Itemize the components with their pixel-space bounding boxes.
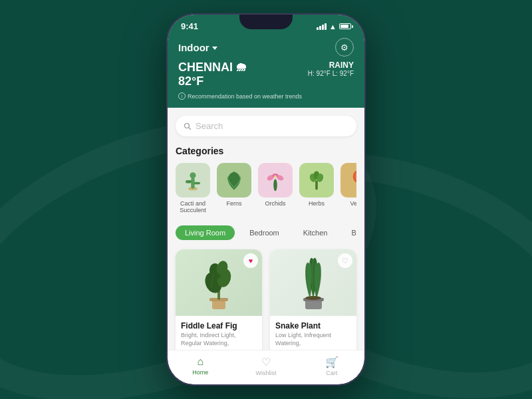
- products-grid: ♥ Fiddle Leaf Fig Bright, Indirect Light…: [176, 249, 356, 350]
- svg-rect-6: [194, 182, 200, 185]
- heart-outline-icon: ♡: [342, 257, 348, 265]
- status-icons: ▲: [317, 23, 351, 31]
- tab-living-room[interactable]: Living Room: [176, 225, 235, 240]
- settings-button[interactable]: ⚙: [335, 38, 354, 57]
- svg-line-1: [189, 127, 191, 129]
- tab-kitchen[interactable]: Kitchen: [294, 225, 337, 240]
- category-orchids-label: Orchids: [265, 200, 285, 207]
- category-ferns-img: [217, 163, 251, 198]
- chevron-down-icon: [212, 47, 217, 50]
- product-snake-info: Snake Plant Low Light, Infrequent Wateri…: [270, 316, 356, 350]
- nav-wishlist[interactable]: ♡ Wishlist: [233, 356, 299, 376]
- product-fiddle-desc: Bright, Indirect Light, Regular Watering…: [181, 332, 257, 347]
- high-low-temp: H: 92°F L: 92°F: [308, 70, 354, 77]
- city-name: CHENNAI: [178, 61, 233, 74]
- home-icon: ⌂: [198, 356, 204, 368]
- nav-cart-label: Cart: [326, 370, 337, 376]
- product-snake-name: Snake Plant: [275, 321, 351, 331]
- weather-condition: RAINY: [308, 61, 354, 70]
- category-veg-img: [340, 163, 356, 198]
- category-veg-label: Veg...: [350, 200, 356, 207]
- heart-filled-icon: ♥: [249, 257, 253, 265]
- categories-title: Categories: [176, 146, 356, 156]
- wifi-icon: ▲: [329, 23, 336, 31]
- notch: [239, 15, 293, 29]
- current-temp: 82°F: [178, 74, 247, 88]
- svg-rect-5: [186, 180, 192, 184]
- app-header: Indoor ⚙ CHENNAI 🌧 82°F RAINY: [168, 35, 364, 108]
- product-fiddle-img: ♥: [176, 249, 262, 316]
- nav-cart[interactable]: 🛒 Cart: [299, 356, 364, 376]
- tab-bedroom[interactable]: Bedroom: [240, 225, 289, 240]
- bottom-navigation: ⌂ Home ♡ Wishlist 🛒 Cart: [168, 350, 364, 384]
- recommendation-text: i Recommendation based on weather trends: [178, 92, 354, 100]
- weather-left: CHENNAI 🌧 82°F: [178, 61, 247, 88]
- wishlist-button-fiddle[interactable]: ♥: [243, 253, 258, 268]
- wishlist-icon: ♡: [261, 356, 271, 368]
- category-ferns-label: Ferns: [226, 200, 241, 207]
- mode-label: Indoor: [178, 42, 209, 53]
- category-cacti[interactable]: Cacti andSucculent: [176, 163, 210, 213]
- category-herbs[interactable]: Herbs: [299, 163, 334, 213]
- main-content: Search Categories: [168, 108, 364, 350]
- category-veg[interactable]: Veg...: [340, 163, 356, 213]
- category-herbs-label: Herbs: [309, 200, 325, 207]
- product-snake-img: ♡: [270, 249, 356, 316]
- nav-wishlist-label: Wishlist: [256, 370, 277, 376]
- cart-icon: 🛒: [325, 356, 338, 368]
- svg-point-7: [190, 172, 196, 178]
- product-snake-desc: Low Light, Infrequent Watering,: [275, 332, 351, 347]
- category-cacti-img: [176, 163, 210, 198]
- battery-icon: [339, 23, 351, 29]
- gear-icon: ⚙: [340, 43, 348, 53]
- svg-point-10: [273, 179, 277, 191]
- weather-right: RAINY H: 92°F L: 92°F: [308, 61, 354, 77]
- mode-selector[interactable]: Indoor: [178, 42, 217, 53]
- product-fiddle-name: Fiddle Leaf Fig: [181, 321, 257, 331]
- search-placeholder: Search: [196, 121, 223, 131]
- svg-rect-24: [212, 300, 225, 309]
- product-fiddle-info: Fiddle Leaf Fig Bright, Indirect Light, …: [176, 316, 262, 350]
- category-cacti-label: Cacti andSucculent: [180, 200, 206, 213]
- nav-home[interactable]: ⌂ Home: [168, 356, 233, 376]
- tab-bathroom[interactable]: Bathr...: [342, 225, 356, 240]
- svg-rect-16: [315, 180, 318, 190]
- category-orchids[interactable]: Orchids: [258, 163, 293, 213]
- phone-shell: 9:41 ▲ Indoor: [166, 13, 366, 386]
- weather-icon: 🌧: [235, 61, 247, 74]
- wishlist-button-snake[interactable]: ♡: [338, 253, 352, 268]
- status-bar: 9:41 ▲: [168, 15, 364, 35]
- svg-rect-32: [305, 300, 322, 309]
- category-herbs-img: [299, 163, 334, 198]
- signal-icon: [317, 23, 327, 30]
- room-tabs: Living Room Bedroom Kitchen Bathr...: [176, 225, 356, 240]
- category-orchids-img: [258, 163, 293, 198]
- product-snake-plant[interactable]: ♡ Snake Plant Low Light, Infrequent Wate…: [270, 249, 356, 350]
- category-ferns[interactable]: Ferns: [217, 163, 251, 213]
- status-time: 9:41: [181, 21, 198, 31]
- nav-home-label: Home: [192, 369, 208, 376]
- svg-point-14: [274, 176, 277, 178]
- info-icon: i: [178, 92, 186, 100]
- search-bar[interactable]: Search: [176, 116, 356, 136]
- categories-list: Cacti andSucculent Ferns: [176, 163, 356, 216]
- product-fiddle-leaf-fig[interactable]: ♥ Fiddle Leaf Fig Bright, Indirect Light…: [176, 249, 262, 350]
- search-icon: [184, 122, 192, 130]
